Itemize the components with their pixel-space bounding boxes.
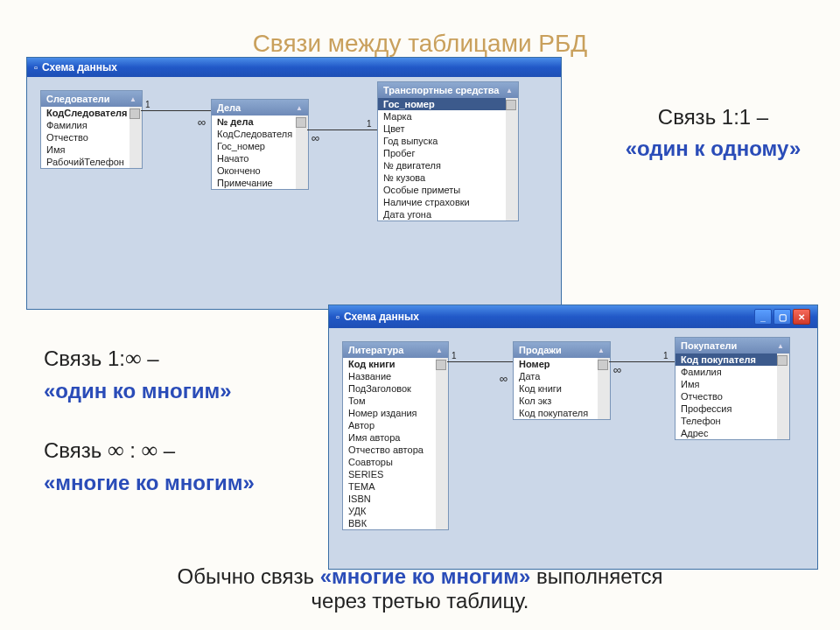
table-literature[interactable]: Литература Код книги Название ПодЗаголов… [342, 341, 449, 530]
window-schema-2: ▫ Схема данных _ ▢ ✕ Литература Код книг… [328, 304, 818, 570]
field[interactable]: Пробег [378, 147, 506, 159]
table-investigators[interactable]: Следователи КодСледователя Фамилия Отчес… [40, 90, 143, 169]
relationship-canvas[interactable]: Литература Код книги Название ПодЗаголов… [329, 328, 817, 569]
field-key[interactable]: Код книги [343, 358, 436, 370]
window-schema-1: ▫ Схема данных Следователи КодСледовател… [26, 57, 562, 310]
field[interactable]: Название [343, 370, 436, 382]
field[interactable]: ISBN [343, 493, 436, 505]
table-fields: Код покупателя Фамилия Имя Отчество Проф… [676, 354, 789, 439]
field-key[interactable]: № дела [212, 116, 296, 128]
window-title: Схема данных [42, 61, 117, 74]
table-header[interactable]: Продажи [514, 342, 610, 358]
field[interactable]: Особые приметы [378, 184, 506, 196]
field[interactable]: Имя автора [343, 431, 436, 444]
annotation-one-to-one: Связь 1:1 – «один к одному» [604, 105, 822, 161]
field[interactable]: КодСледователя [212, 128, 296, 140]
relation-line [141, 110, 211, 111]
relation-line [307, 130, 377, 130]
table-sales[interactable]: Продажи Номер Дата Код книги Кол экз Код… [513, 341, 611, 420]
table-fields: Код книги Название ПодЗаголовок Том Номе… [343, 358, 448, 529]
footer-note: Обычно связь «многие ко многим» выполняе… [0, 564, 840, 613]
maximize-button[interactable]: ▢ [774, 309, 791, 325]
field[interactable]: Наличие страховки [378, 196, 506, 208]
field[interactable]: РабочийТелефон [41, 156, 130, 168]
table-fields: № дела КодСледователя Гос_номер Начато О… [212, 116, 308, 189]
field[interactable]: Код книги [514, 382, 598, 395]
field[interactable]: Том [343, 395, 436, 407]
cardinality-many: ∞ [198, 116, 206, 129]
field[interactable]: Имя [676, 378, 777, 390]
field[interactable]: ВВК [343, 517, 436, 529]
table-cases[interactable]: Дела № дела КодСледователя Гос_номер Нач… [211, 99, 309, 190]
db-icon: ▫ [34, 62, 38, 73]
table-header[interactable]: Следователи [41, 91, 142, 107]
cardinality-one: 1 [145, 100, 150, 109]
field[interactable]: Отчество [41, 131, 130, 144]
annotation-one-to-many: Связь 1:∞ – «один ко многим» [44, 346, 232, 403]
field[interactable]: Дата угона [378, 208, 506, 220]
relationship-canvas[interactable]: Следователи КодСледователя Фамилия Отчес… [27, 77, 561, 309]
field[interactable]: Начато [212, 152, 296, 164]
field[interactable]: Год выпуска [378, 135, 506, 147]
field-key[interactable]: Гос_номер [378, 98, 506, 110]
field[interactable]: Фамилия [676, 366, 777, 378]
field[interactable]: Марка [378, 110, 506, 122]
cardinality-many: ∞ [613, 363, 621, 376]
field[interactable]: ТЕМА [343, 480, 436, 493]
field[interactable]: ПодЗаголовок [343, 382, 436, 395]
cardinality-one: 1 [663, 351, 668, 360]
field[interactable]: Дата [514, 370, 598, 382]
window-controls: _ ▢ ✕ [754, 309, 810, 325]
table-header[interactable]: Покупатели [676, 338, 789, 354]
relation-line [447, 361, 513, 362]
cardinality-one: 1 [452, 351, 457, 360]
field[interactable]: Отчество [676, 390, 777, 402]
field[interactable]: Номер издания [343, 407, 436, 419]
field[interactable]: Автор [343, 419, 436, 431]
minimize-button[interactable]: _ [754, 309, 772, 325]
table-fields: Гос_номер Марка Цвет Год выпуска Пробег … [378, 98, 518, 220]
cardinality-many: ∞ [500, 372, 508, 385]
field[interactable]: Имя [41, 144, 130, 156]
field[interactable]: Окончено [212, 164, 296, 177]
field[interactable]: № кузова [378, 172, 506, 184]
table-header[interactable]: Дела [212, 100, 308, 116]
field[interactable]: Профессия [676, 402, 777, 415]
cardinality-many: ∞ [312, 131, 319, 144]
relation-line [609, 361, 675, 362]
table-header[interactable]: Транспортные средства [378, 82, 518, 98]
field[interactable]: Гос_номер [212, 140, 296, 152]
field[interactable]: Телефон [676, 415, 777, 427]
db-icon: ▫ [336, 312, 340, 322]
table-header[interactable]: Литература [343, 342, 448, 358]
field-key[interactable]: КодСледователя [41, 107, 130, 119]
field[interactable]: Кол экз [514, 395, 598, 407]
table-fields: Номер Дата Код книги Кол экз Код покупат… [514, 358, 610, 419]
table-vehicles[interactable]: Транспортные средства Гос_номер Марка Цв… [377, 81, 519, 221]
field-key[interactable]: Код покупателя [676, 354, 777, 366]
annotation-many-to-many: Связь ∞ : ∞ – «многие ко многим» [44, 438, 255, 495]
field[interactable]: Примечание [212, 177, 296, 189]
window-titlebar[interactable]: ▫ Схема данных _ ▢ ✕ [329, 305, 817, 328]
field[interactable]: № двигателя [378, 159, 506, 172]
field[interactable]: Адрес [676, 427, 777, 439]
field[interactable]: Отчество автора [343, 444, 436, 456]
table-buyers[interactable]: Покупатели Код покупателя Фамилия Имя От… [675, 337, 790, 440]
field-key[interactable]: Номер [514, 358, 598, 370]
field[interactable]: Фамилия [41, 119, 130, 131]
field[interactable]: Цвет [378, 122, 506, 135]
table-fields: КодСледователя Фамилия Отчество Имя Рабо… [41, 107, 142, 168]
field[interactable]: SERIES [343, 468, 436, 480]
cardinality-one: 1 [367, 119, 372, 129]
close-button[interactable]: ✕ [793, 309, 810, 325]
field[interactable]: УДК [343, 505, 436, 517]
field[interactable]: Соавторы [343, 456, 436, 468]
window-title: Схема данных [344, 311, 419, 323]
field[interactable]: Код покупателя [514, 407, 598, 419]
window-titlebar[interactable]: ▫ Схема данных [27, 58, 561, 77]
